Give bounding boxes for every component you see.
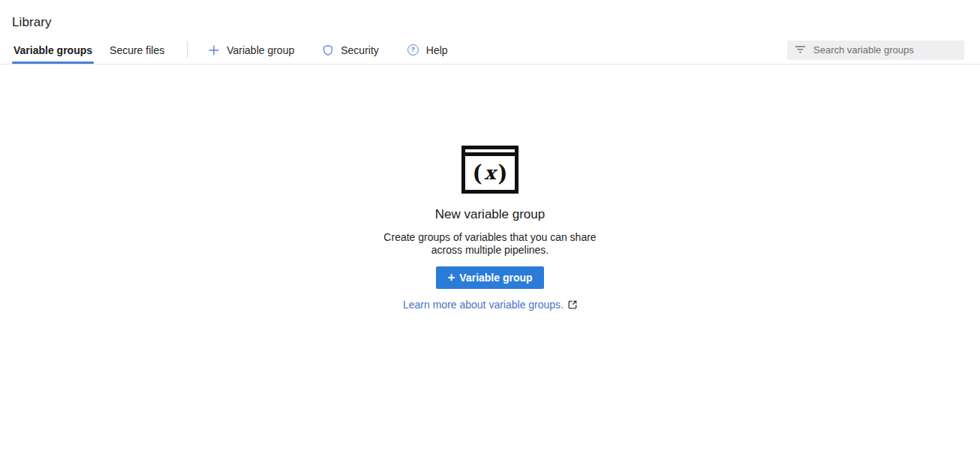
security-command[interactable]: Security	[323, 36, 379, 64]
button-label: Variable group	[459, 272, 532, 284]
command-label: Security	[341, 44, 379, 56]
toolbar-separator	[187, 41, 188, 58]
shield-icon	[323, 44, 333, 56]
filter-icon	[795, 44, 806, 57]
empty-state-title: New variable group	[435, 207, 545, 222]
command-label: Help	[426, 44, 448, 56]
tab-secure-files[interactable]: Secure files	[108, 36, 166, 64]
plus-icon	[209, 45, 219, 56]
learn-more-row: Learn more about variable groups.	[403, 299, 577, 311]
add-variable-group-command[interactable]: Variable group	[209, 36, 294, 64]
command-label: Variable group	[227, 44, 294, 56]
description-line: across multiple pipelines.	[383, 244, 596, 257]
variable-group-button[interactable]: + Variable group	[436, 266, 543, 289]
variable-group-window-icon: ( x )	[461, 146, 519, 194]
tab-variable-groups[interactable]: Variable groups	[12, 36, 94, 64]
external-link-icon	[568, 300, 577, 309]
variable-glyph: ( x )	[465, 156, 515, 190]
description-line: Create groups of variables that you can …	[383, 231, 596, 244]
tab-label: Secure files	[110, 44, 164, 56]
page-header: Library	[0, 0, 980, 36]
search-input[interactable]	[813, 44, 957, 56]
page-title: Library	[12, 15, 968, 30]
learn-more-link[interactable]: Learn more about variable groups.	[403, 299, 564, 311]
help-command[interactable]: ? Help	[407, 36, 448, 64]
help-icon: ?	[407, 44, 419, 56]
plus-icon: +	[447, 271, 455, 284]
tab-label: Variable groups	[14, 44, 92, 56]
tab-command-bar: Variable groups Secure files Variable gr…	[0, 36, 980, 65]
empty-state: ( x ) New variable group Create groups o…	[0, 146, 980, 311]
empty-state-description: Create groups of variables that you can …	[383, 231, 596, 257]
search-box[interactable]	[787, 41, 964, 60]
